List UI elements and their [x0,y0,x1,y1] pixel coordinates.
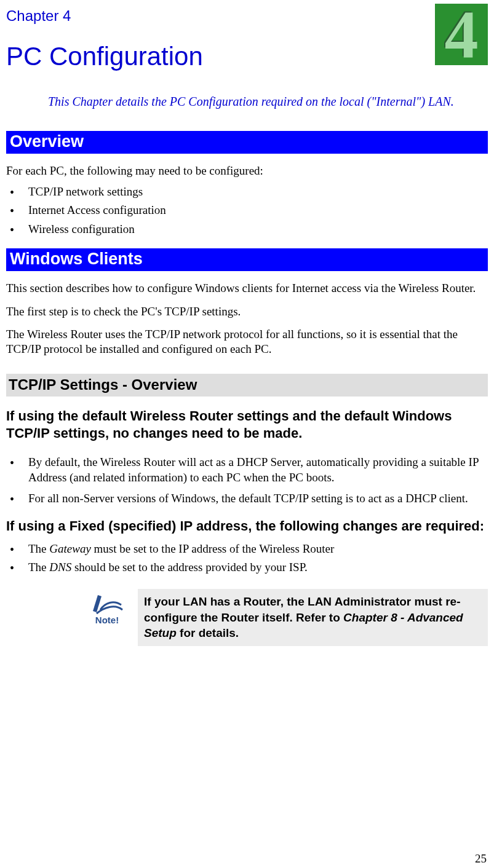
subheader-tcpip: TCP/IP Settings - Overview [6,374,488,397]
windows-p1: This section describes how to configure … [6,281,488,296]
page-number: 25 [475,852,487,866]
section-header-overview: Overview [6,131,488,154]
list-item: By default, the Wireless Router will act… [6,455,488,485]
text: must be set to the IP address of the Wir… [91,542,335,555]
tcpip-fixed-list: The Gateway must be set to the IP addres… [6,542,488,575]
list-item: TCP/IP network settings [6,184,488,200]
emphasis: Gateway [49,542,91,555]
list-item: Internet Access configuration [6,203,488,218]
note-body: If your LAN has a Router, the LAN Admini… [138,589,488,646]
tcpip-fixed-heading: If using a Fixed (specified) IP address,… [6,518,488,535]
chapter-number: 4 [445,1,479,68]
text: should be set to the address provided by… [71,561,308,574]
section-header-windows: Windows Clients [6,248,488,271]
windows-p3: The Wireless Router uses the TCP/IP netw… [6,327,488,357]
text: for details. [177,626,239,639]
chapter-tagline: This Chapter details the PC Configuratio… [48,93,463,110]
emphasis: DNS [49,561,71,574]
note-icon-label: Note! [95,615,119,625]
chapter-title: PC Configuration [6,42,488,71]
overview-intro: For each PC, the following may need to b… [6,164,488,178]
chapter-label: Chapter 4 [6,7,488,25]
note-icon: Note! [87,589,127,625]
tcpip-default-heading: If using the default Wireless Router set… [6,408,488,443]
list-item: For all non-Server versions of Windows, … [6,491,488,507]
list-item: The DNS should be set to the address pro… [6,560,488,575]
text: The [28,542,49,555]
windows-p2: The first step is to check the PC's TCP/… [6,304,488,319]
text: The [28,561,49,574]
note-block: Note! If your LAN has a Router, the LAN … [87,589,488,646]
tcpip-default-list: By default, the Wireless Router will act… [6,455,488,507]
list-item: The Gateway must be set to the IP addres… [6,542,488,557]
list-item: Wireless configuration [6,222,488,237]
overview-list: TCP/IP network settings Internet Access … [6,184,488,237]
chapter-number-badge: 4 [435,4,488,65]
